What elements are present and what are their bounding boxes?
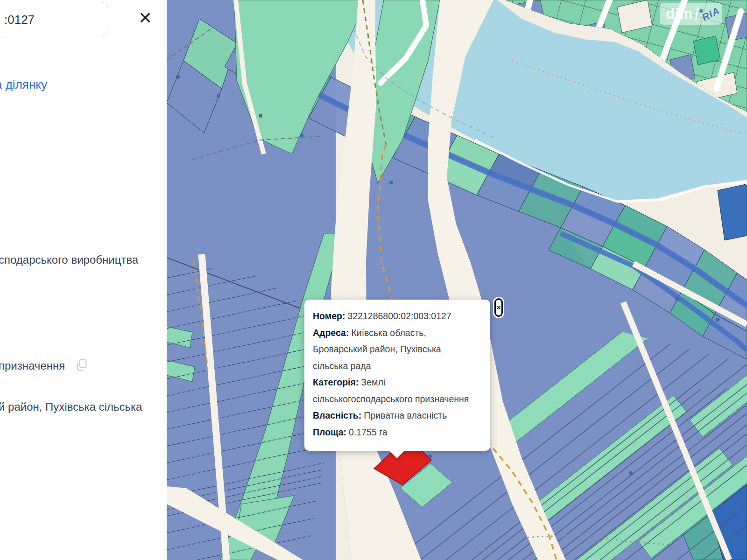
- map-canvas[interactable]: Пухівка: [167, 0, 747, 560]
- map-svg: Пухівка: [167, 0, 747, 560]
- parcel-info-popup: Номер:3221286800:02:003:0127 Адреса:Київ…: [304, 300, 490, 451]
- search-input[interactable]: :0127: [0, 2, 108, 37]
- parcel-address-text: й район, Пухівська сільська: [0, 400, 142, 413]
- dim-ria-watermark: dim ★RIA: [660, 3, 722, 25]
- sidebar-close-button[interactable]: ✕: [134, 7, 156, 29]
- copy-icon[interactable]: [75, 358, 89, 372]
- popup-close-button[interactable]: ✕: [494, 298, 503, 317]
- cadastre-viewer: Пухівка: [0, 0, 747, 560]
- dim-logo-text: dim: [666, 6, 693, 22]
- sidebar-panel: :0127 ✕ а ділянку сподарського виробницт…: [0, 0, 167, 560]
- popup-row-area: Площа:0.1755 га: [313, 424, 478, 441]
- popup-row-number: Номер:3221286800:02:003:0127: [313, 308, 478, 325]
- parcel-category-text: призначення: [0, 359, 65, 372]
- popup-row-category: Категорія:Землі сільськогосподарського п…: [313, 374, 478, 407]
- show-parcel-link[interactable]: а ділянку: [0, 77, 47, 92]
- search-input-value: :0127: [4, 2, 35, 37]
- parcel-purpose-text: сподарського виробництва: [0, 253, 138, 266]
- popup-row-ownership: Власність:Приватна власність: [313, 407, 478, 424]
- ria-logo-text: ★RIA: [700, 5, 722, 23]
- popup-row-address: Адреса:Київська область, Броварський рай…: [313, 325, 478, 375]
